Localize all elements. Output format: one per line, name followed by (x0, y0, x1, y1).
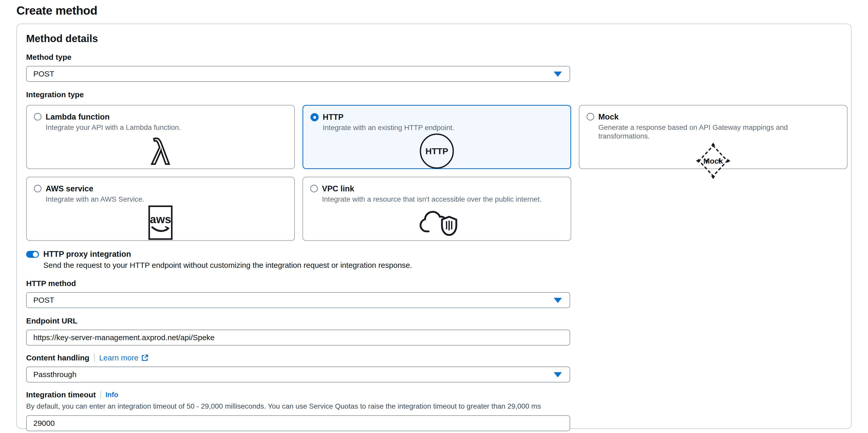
radio-unselected-icon[interactable] (310, 185, 318, 192)
radio-unselected-icon[interactable] (587, 113, 594, 121)
option-title: Lambda function (45, 112, 181, 122)
endpoint-url-input[interactable] (26, 329, 570, 346)
option-title: AWS service (45, 184, 144, 194)
http-icon: HTTP (417, 133, 456, 169)
http-proxy-label: HTTP proxy integration (43, 250, 131, 259)
option-title: Mock (598, 112, 840, 122)
option-description: Generate a response based on API Gateway… (598, 123, 840, 141)
svg-text:Mock: Mock (704, 157, 723, 165)
method-type-value: POST (33, 69, 54, 78)
svg-text:aws: aws (150, 213, 171, 226)
endpoint-url-group: Endpoint URL (26, 316, 842, 346)
svg-text:HTTP: HTTP (426, 146, 448, 156)
mock-icon: Mock (694, 142, 733, 180)
page-title: Create method (17, 4, 868, 18)
http-method-value: POST (33, 296, 54, 305)
chevron-down-icon (554, 372, 562, 377)
option-description: Integrate with a resource that isn't acc… (322, 195, 542, 204)
method-details-panel: Method details Method type POST Integrat… (17, 24, 851, 429)
radio-unselected-icon[interactable] (34, 113, 41, 121)
integration-type-cards: Lambda function Integrate your API with … (26, 105, 847, 241)
option-title: VPC link (322, 184, 542, 194)
option-title: HTTP (323, 112, 454, 122)
content-handling-select[interactable]: Passthrough (26, 367, 570, 382)
lambda-icon: λ (141, 133, 180, 171)
content-handling-value: Passthrough (33, 370, 76, 379)
integration-timeout-input[interactable] (26, 415, 570, 431)
http-method-group: HTTP method POST (26, 279, 842, 308)
section-title: Method details (26, 33, 842, 45)
integration-timeout-label: Integration timeout (26, 390, 96, 399)
http-method-label: HTTP method (26, 279, 842, 288)
integration-type-group: Integration type Lambda function Integra… (26, 90, 842, 241)
option-description: Integrate with an AWS Service. (45, 195, 144, 204)
http-proxy-description: Send the request to your HTTP endpoint w… (43, 260, 842, 270)
svg-text:λ: λ (152, 133, 169, 171)
integration-option-vpc-link[interactable]: VPC link Integrate with a resource that … (303, 177, 571, 241)
learn-more-link[interactable]: Learn more (99, 353, 149, 362)
option-description: Integrate with an existing HTTP endpoint… (323, 123, 454, 132)
vpc-link-icon (416, 205, 457, 241)
integration-option-http[interactable]: HTTP Integrate with an existing HTTP end… (303, 105, 571, 169)
method-type-select[interactable]: POST (26, 66, 570, 82)
endpoint-url-label: Endpoint URL (26, 316, 842, 325)
http-method-select[interactable]: POST (26, 292, 570, 308)
integration-option-mock[interactable]: Mock Generate a response based on API Ga… (579, 105, 847, 169)
radio-selected-icon[interactable] (310, 113, 319, 121)
integration-option-aws-service[interactable]: AWS service Integrate with an AWS Servic… (26, 177, 295, 241)
external-link-icon (141, 354, 149, 362)
content-handling-group: Content handling Learn more Passthrough (26, 353, 842, 382)
content-handling-label: Content handling (26, 353, 90, 363)
integration-option-lambda[interactable]: Lambda function Integrate your API with … (26, 105, 295, 169)
chevron-down-icon (554, 71, 562, 77)
integration-type-label: Integration type (26, 90, 842, 99)
divider (94, 353, 95, 362)
toggle-on-icon[interactable] (26, 251, 39, 258)
option-description: Integrate your API with a Lambda functio… (45, 123, 181, 132)
radio-unselected-icon[interactable] (34, 185, 41, 192)
integration-timeout-group: Integration timeout Info By default, you… (26, 390, 842, 431)
info-link[interactable]: Info (105, 391, 118, 399)
integration-timeout-help: By default, you can enter an integration… (26, 402, 842, 411)
divider (100, 391, 101, 399)
method-type-group: Method type POST (26, 53, 842, 82)
chevron-down-icon (554, 298, 562, 303)
http-proxy-toggle-row: HTTP proxy integration (26, 250, 842, 259)
aws-icon: aws (148, 205, 173, 241)
method-type-label: Method type (26, 53, 842, 62)
